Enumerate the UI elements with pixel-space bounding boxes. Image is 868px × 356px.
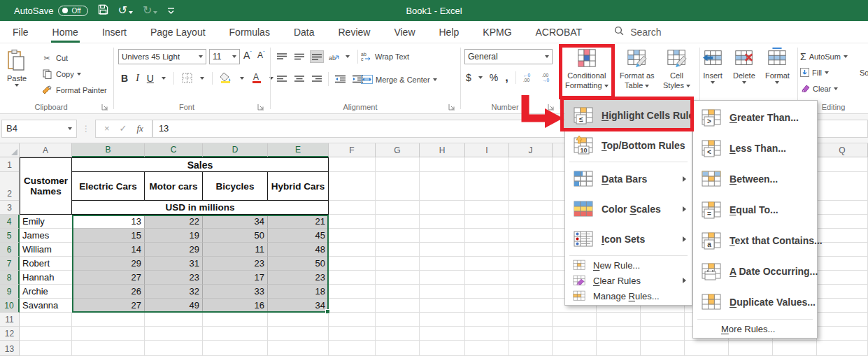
grid-cell[interactable] xyxy=(817,285,868,299)
copy-button[interactable]: Copy xyxy=(41,66,81,82)
column-header-Q[interactable]: Q xyxy=(817,143,868,157)
tab-file[interactable]: File xyxy=(11,22,30,42)
insert-cells-button[interactable]: Insert xyxy=(702,48,723,84)
fill-button[interactable]: Fill xyxy=(800,65,829,80)
column-header-C[interactable]: C xyxy=(145,143,203,157)
menu-item-new-rule[interactable]: New Rule... xyxy=(565,257,692,273)
grid-cell[interactable] xyxy=(376,157,420,172)
format-painter-button[interactable]: Format Painter xyxy=(41,83,107,98)
align-left-icon[interactable] xyxy=(276,73,288,85)
cell-name-robert[interactable]: Robert xyxy=(20,257,72,271)
grid-cell[interactable] xyxy=(817,172,868,201)
accounting-caret[interactable] xyxy=(478,76,483,79)
grid-cell[interactable] xyxy=(329,229,376,243)
column-header-I[interactable]: I xyxy=(465,143,509,157)
grid-cell[interactable] xyxy=(329,327,376,341)
cell-name-william[interactable]: William xyxy=(20,243,72,257)
cell-value[interactable]: 27 xyxy=(72,299,145,313)
menu-item-highlight-cells-rules[interactable]: ≤Highlight Cells Rules xyxy=(565,100,692,130)
grid-cell[interactable] xyxy=(817,271,868,285)
cell-value[interactable]: 29 xyxy=(72,257,145,271)
decrease-indent-icon[interactable] xyxy=(334,73,346,85)
menu-item-more-rules[interactable]: More Rules... xyxy=(693,321,817,336)
menu-item-data-bars[interactable]: Data Bars xyxy=(565,164,692,194)
grid-cell[interactable] xyxy=(817,243,868,257)
tab-help[interactable]: Help xyxy=(438,22,461,42)
grid-cell[interactable] xyxy=(420,157,465,172)
grid-cell[interactable] xyxy=(509,172,553,201)
cell-value[interactable]: 34 xyxy=(268,299,329,313)
grid-cell[interactable] xyxy=(376,271,420,285)
undo-button[interactable]: ↺ xyxy=(118,5,133,16)
column-header-B[interactable]: B xyxy=(72,143,145,157)
cell-name-emily[interactable]: Emily xyxy=(20,215,72,229)
format-as-table-button[interactable]: Format as Table xyxy=(620,48,655,90)
column-header-J[interactable]: J xyxy=(509,143,553,157)
fill-color-button[interactable] xyxy=(220,72,232,85)
insert-function-icon[interactable]: fx xyxy=(137,123,143,134)
grid-cell[interactable] xyxy=(817,313,868,327)
grid-cell[interactable] xyxy=(268,341,329,356)
tab-home[interactable]: Home xyxy=(51,22,80,42)
align-right-icon[interactable] xyxy=(311,73,323,85)
grid-cell[interactable] xyxy=(641,327,685,341)
row-header-12[interactable]: 12 xyxy=(0,327,20,341)
menu-item-manage-rules[interactable]: Manage Rules... xyxy=(565,288,692,304)
cell-styles-button[interactable]: Cell Styles xyxy=(663,48,690,90)
tab-insert[interactable]: Insert xyxy=(101,22,128,42)
font-name-select[interactable]: Univers 45 Light xyxy=(118,49,206,64)
grid-cell[interactable] xyxy=(685,341,729,356)
grid-cell[interactable] xyxy=(72,327,145,341)
row-header-13[interactable]: 13 xyxy=(0,341,20,356)
grid-cell[interactable] xyxy=(465,313,509,327)
grid-cell[interactable] xyxy=(329,285,376,299)
grid-cell[interactable] xyxy=(465,327,509,341)
cell-value[interactable]: 23 xyxy=(145,271,203,285)
redo-button[interactable]: ↻ xyxy=(143,5,157,16)
cell-value[interactable]: 49 xyxy=(145,299,203,313)
column-header-D[interactable]: D xyxy=(203,143,268,157)
grow-font-button[interactable]: Aˆ xyxy=(243,50,252,61)
cell-header-hybrid-cars[interactable]: Hybrid Cars xyxy=(268,172,329,201)
cell-value[interactable]: 23 xyxy=(203,257,268,271)
tab-review[interactable]: Review xyxy=(337,22,372,42)
alignment-dialog-launcher-icon[interactable] xyxy=(448,104,456,111)
grid-cell[interactable] xyxy=(465,229,509,243)
grid-cell[interactable] xyxy=(329,313,376,327)
column-header-A[interactable]: A xyxy=(20,143,72,157)
clear-button[interactable]: Clear xyxy=(800,81,838,97)
cut-button[interactable]: ✂Cut xyxy=(41,50,68,66)
clipboard-dialog-launcher-icon[interactable] xyxy=(101,104,109,111)
grid-cell[interactable] xyxy=(376,257,420,271)
customize-quick-access-toolbar-icon[interactable] xyxy=(167,5,175,16)
grid-cell[interactable] xyxy=(329,243,376,257)
grid-cell[interactable] xyxy=(376,229,420,243)
underline-button[interactable]: U xyxy=(147,73,154,84)
menu-item-equal-to[interactable]: =Equal To... xyxy=(693,194,817,225)
borders-caret[interactable] xyxy=(200,77,204,80)
italic-button[interactable]: I xyxy=(136,73,139,84)
grid-cell[interactable] xyxy=(641,341,685,356)
cell-value[interactable]: 45 xyxy=(268,229,329,243)
select-all-corner[interactable] xyxy=(0,143,20,157)
grid-cell[interactable] xyxy=(509,157,553,172)
tab-view[interactable]: View xyxy=(392,22,416,42)
grid-cell[interactable] xyxy=(465,172,509,201)
grid-cell[interactable] xyxy=(509,201,553,215)
grid-cell[interactable] xyxy=(420,313,465,327)
grid-cell[interactable] xyxy=(509,327,553,341)
sort-filter-button[interactable]: AZ Sort & Filter xyxy=(859,48,868,77)
row-header-8[interactable]: 8 xyxy=(0,271,20,285)
grid-cell[interactable] xyxy=(420,229,465,243)
cell-value[interactable]: 23 xyxy=(268,271,329,285)
cell-value[interactable]: 17 xyxy=(203,271,268,285)
underline-caret[interactable] xyxy=(162,77,166,80)
confirm-entry-icon[interactable]: ✓ xyxy=(120,123,127,134)
tab-acrobat[interactable]: ACROBAT xyxy=(534,22,584,42)
grid-cell[interactable] xyxy=(145,341,203,356)
grid-cell[interactable] xyxy=(465,243,509,257)
grid-cell[interactable] xyxy=(376,341,420,356)
cell-header-bicycles[interactable]: Bicycles xyxy=(203,172,268,201)
grid-cell[interactable] xyxy=(509,243,553,257)
row-header-1[interactable]: 1 xyxy=(0,157,20,172)
